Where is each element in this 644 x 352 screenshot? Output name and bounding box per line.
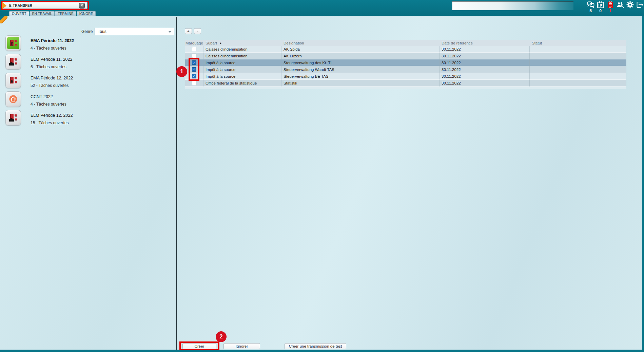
sidebar-item-ccnt-2022[interactable]: CCNT 2022 4 - Tâches ouvertes xyxy=(5,91,168,110)
settings-button[interactable] xyxy=(626,1,634,13)
cell-subart: Caisses d'indemnisation xyxy=(203,53,281,59)
cell-subart: Impôt à la source xyxy=(203,59,281,66)
chevron-down-icon xyxy=(169,31,171,33)
column-header-marquage[interactable]: Marquage xyxy=(185,40,203,46)
table-row[interactable]: Impôt à la source Steuerverwaltung BE TA… xyxy=(185,73,626,80)
decrease-button[interactable]: - xyxy=(194,28,201,34)
column-header-statut[interactable]: Statut xyxy=(530,40,626,46)
table-header: Marquage Subart ▲ Désignation Date de ré… xyxy=(185,40,626,46)
quick-search-bar[interactable] xyxy=(452,1,573,10)
sidebar-item-elm-11-2022[interactable]: ELM Période 11. 2022 6 - Tâches ouvertes xyxy=(5,54,168,73)
task-group-title: CCNT 2022 xyxy=(31,94,66,99)
cell-subart: Office fédéral de la statistique xyxy=(203,80,281,87)
user-search-button[interactable] xyxy=(616,1,624,13)
close-icon[interactable]: × xyxy=(79,3,85,8)
gear-icon xyxy=(626,1,634,9)
sidebar-item-ema-12-2022[interactable]: EMA Période 12. 2022 52 - Tâches ouverte… xyxy=(5,73,168,91)
tasks-count: 1 xyxy=(609,9,611,13)
conversations-icon xyxy=(587,1,595,9)
calendar-button[interactable]: 0 xyxy=(596,1,605,13)
cell-subart: Caisses d'indemnisation xyxy=(203,46,281,53)
sidebar-item-texts: EMA Période 12. 2022 52 - Tâches ouverte… xyxy=(31,73,73,91)
tasks-icon xyxy=(606,1,614,9)
cell-statut xyxy=(530,59,626,66)
table-row[interactable]: Caisses d'indemnisation AK Spida 30.11.2… xyxy=(185,46,626,53)
column-header-label: Subart xyxy=(206,41,217,45)
cell-designation: AK Spida xyxy=(281,46,440,53)
cell-date: 30.11.2022 xyxy=(440,66,530,73)
cell-date: 30.11.2022 xyxy=(440,46,530,53)
row-checkbox[interactable] xyxy=(192,54,196,58)
ignore-button[interactable]: Ignorer xyxy=(223,343,260,349)
cell-statut xyxy=(530,73,626,80)
sidebar-item-texts: ELM Période 12. 2022 15 - Tâches ouverte… xyxy=(31,110,73,129)
sidebar-item-texts: ELM Période 11. 2022 6 - Tâches ouvertes xyxy=(31,54,72,73)
row-checkbox[interactable] xyxy=(192,47,196,51)
cell-statut xyxy=(530,80,626,87)
row-checkbox[interactable] xyxy=(192,74,196,78)
top-icon-toolbar: 5 0 1 xyxy=(586,1,644,13)
table-row[interactable]: Caisses d'indemnisation AK Luzern 30.11.… xyxy=(185,53,626,59)
module-arrow-icon xyxy=(2,2,6,9)
module-tab-etransfer[interactable]: E-TRANSFER × xyxy=(2,2,87,9)
logout-button[interactable] xyxy=(636,1,644,13)
cell-date: 30.11.2022 xyxy=(440,59,530,66)
cell-statut xyxy=(530,66,626,73)
task-table: Caisses d'indemnisation AK Spida 30.11.2… xyxy=(185,46,626,87)
column-header-subart[interactable]: Subart ▲ xyxy=(203,40,281,46)
cell-subart: Impôt à la source xyxy=(203,66,281,73)
cell-statut xyxy=(530,53,626,59)
genre-selected-value: Tous xyxy=(98,29,106,34)
tab-termine[interactable]: TERMINÉ xyxy=(55,11,76,16)
tab-ignore[interactable]: IGNORÉ xyxy=(77,11,96,16)
genre-select[interactable]: Tous xyxy=(95,28,174,35)
task-group-title: ELM Période 11. 2022 xyxy=(31,57,72,62)
sidebar-item-texts: CCNT 2022 4 - Tâches ouvertes xyxy=(31,91,66,110)
task-group-subtitle: 52 - Tâches ouvertes xyxy=(31,83,73,88)
cell-date: 30.11.2022 xyxy=(440,53,530,59)
cell-designation: Steuerverwaltung Waadt TAS xyxy=(281,66,440,73)
tab-en-travail[interactable]: EN TRAVAIL xyxy=(30,11,55,16)
create-test-transmission-button[interactable]: Créer une transmission de test xyxy=(285,343,346,349)
tasks-button[interactable]: 1 xyxy=(606,1,614,13)
conversations-count: 5 xyxy=(589,9,592,13)
cell-designation: AK Luzern xyxy=(281,53,440,59)
row-checkbox[interactable] xyxy=(192,81,196,85)
increase-button[interactable]: + xyxy=(185,28,192,34)
calendar-count: 0 xyxy=(599,9,602,13)
task-group-subtitle: 6 - Tâches ouvertes xyxy=(31,64,72,69)
cell-date: 30.11.2022 xyxy=(440,80,530,87)
content-area: Genre Tous EMA Période 11. 2022 xyxy=(0,16,642,350)
calendar-icon xyxy=(597,1,605,9)
genre-label: Genre xyxy=(81,29,93,34)
task-group-subtitle: 4 - Tâches ouvertes xyxy=(31,102,66,107)
sidebar-item-texts: EMA Période 11. 2022 4 - Tâches ouvertes xyxy=(31,35,74,54)
task-group-title: EMA Période 12. 2022 xyxy=(31,76,73,81)
elm-folder-icon xyxy=(5,54,21,70)
task-group-subtitle: 15 - Tâches ouvertes xyxy=(31,121,73,125)
sidebar-item-elm-12-2022[interactable]: ELM Période 12. 2022 15 - Tâches ouverte… xyxy=(5,110,168,129)
column-header-date[interactable]: Date de référence xyxy=(440,40,530,46)
cell-designation: Statistik xyxy=(281,80,440,87)
sidebar-item-ema-11-2022[interactable]: EMA Période 11. 2022 4 - Tâches ouvertes xyxy=(5,35,168,54)
ema-document-icon xyxy=(5,35,21,51)
tab-ouvert[interactable]: OUVERT xyxy=(9,11,29,16)
elm-folder-icon xyxy=(5,110,21,126)
task-group-list: EMA Période 11. 2022 4 - Tâches ouvertes… xyxy=(5,35,168,129)
table-footer xyxy=(185,87,626,89)
row-checkbox[interactable] xyxy=(192,60,196,65)
conversations-button[interactable]: 5 xyxy=(586,1,595,13)
table-row[interactable]: Impôt à la source Steuerverwaltung des K… xyxy=(185,59,626,66)
table-row[interactable]: Office fédéral de la statistique Statist… xyxy=(185,80,626,87)
sort-ascending-icon: ▲ xyxy=(219,42,222,44)
cell-designation: Steuerverwaltung BE TAS xyxy=(281,73,440,80)
status-tabs: OUVERT EN TRAVAIL TERMINÉ IGNORÉ xyxy=(9,11,96,16)
create-button[interactable]: Créer xyxy=(182,343,216,349)
row-checkbox[interactable] xyxy=(192,67,196,72)
cell-subart: Impôt à la source xyxy=(203,73,281,80)
table-row[interactable]: Impôt à la source Steuerverwaltung Waadt… xyxy=(185,66,626,73)
page-fold-corner xyxy=(0,16,7,23)
column-header-designation[interactable]: Désignation xyxy=(281,40,440,46)
font-size-buttons: + - xyxy=(185,28,201,34)
cell-date: 30.11.2022 xyxy=(440,73,530,80)
